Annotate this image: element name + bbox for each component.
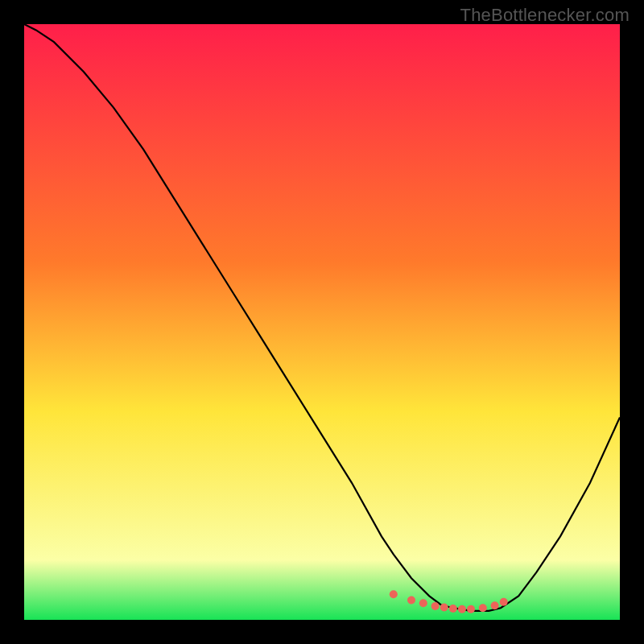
dot (419, 599, 427, 607)
dot (390, 590, 398, 598)
dot (491, 601, 499, 609)
dot (407, 597, 415, 605)
dot (479, 604, 487, 612)
chart-frame: TheBottlenecker.com (0, 0, 644, 644)
dot (467, 605, 475, 613)
dot (431, 602, 440, 610)
watermark-text: TheBottlenecker.com (460, 5, 630, 26)
chart-svg (24, 24, 620, 620)
gradient-background (24, 24, 620, 620)
dot (449, 605, 457, 613)
dot (440, 603, 448, 611)
plot-area (24, 24, 620, 620)
dot (458, 605, 466, 613)
dot (500, 598, 508, 606)
